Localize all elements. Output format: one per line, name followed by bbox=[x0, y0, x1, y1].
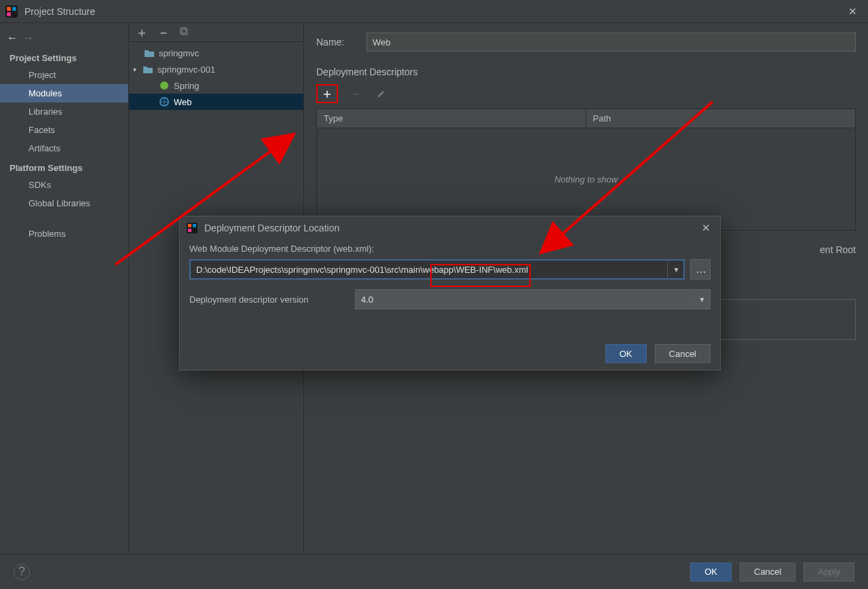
tree-label: Spring bbox=[174, 81, 200, 91]
version-label: Deployment descriptor version bbox=[189, 294, 345, 305]
dd-remove-icon[interactable]: － bbox=[347, 86, 364, 102]
tree-label: springmvc-001 bbox=[157, 64, 215, 75]
sidebar: ← → Project Settings Project Modules Lib… bbox=[0, 23, 129, 554]
dd-empty-text: Nothing to show bbox=[317, 128, 855, 230]
dialog-titlebar: Deployment Descriptor Location ✕ bbox=[180, 216, 720, 240]
sidebar-item-libraries[interactable]: Libraries bbox=[0, 102, 128, 121]
svg-rect-3 bbox=[7, 12, 11, 16]
svg-rect-10 bbox=[193, 224, 196, 227]
dialog-title: Deployment Descriptor Location bbox=[204, 223, 699, 233]
webxml-path-row: ▼ … bbox=[189, 259, 711, 280]
sidebar-item-artifacts[interactable]: Artifacts bbox=[0, 139, 128, 157]
sidebar-item-global-libraries[interactable]: Global Libraries bbox=[0, 194, 128, 212]
svg-rect-4 bbox=[181, 28, 186, 33]
dd-edit-icon[interactable] bbox=[373, 86, 390, 102]
spring-icon bbox=[159, 80, 170, 91]
dd-col-path[interactable]: Path bbox=[586, 109, 856, 128]
svg-rect-1 bbox=[7, 7, 11, 11]
section-project-settings: Project Settings bbox=[0, 48, 128, 66]
dialog-cancel-button[interactable]: Cancel bbox=[655, 344, 711, 363]
help-icon[interactable]: ? bbox=[14, 564, 30, 580]
sidebar-item-facets[interactable]: Facets bbox=[0, 121, 128, 139]
sidebar-item-modules[interactable]: Modules bbox=[0, 84, 128, 102]
folder-icon bbox=[143, 64, 153, 75]
tree-root-springmvc[interactable]: springmvc bbox=[129, 45, 303, 61]
deployment-descriptor-dialog: Deployment Descriptor Location ✕ Web Mod… bbox=[179, 216, 721, 370]
svg-rect-5 bbox=[182, 29, 187, 35]
web-icon bbox=[159, 96, 170, 107]
ok-button[interactable]: OK bbox=[690, 563, 732, 582]
dialog-body: Web Module Deployment Descriptor (web.xm… bbox=[180, 240, 720, 337]
modules-toolbar: ＋ － bbox=[129, 23, 303, 42]
dd-table-header: Type Path bbox=[317, 109, 855, 128]
tree-child-web[interactable]: Web bbox=[129, 94, 303, 110]
dd-toolbar: ＋ － bbox=[316, 83, 856, 104]
tree-label: springmvc bbox=[159, 48, 199, 58]
webxml-path-input[interactable] bbox=[189, 259, 685, 280]
remove-module-icon[interactable]: － bbox=[157, 24, 170, 41]
copy-module-icon[interactable] bbox=[179, 26, 189, 38]
svg-point-6 bbox=[160, 81, 168, 90]
webxml-path-label: Web Module Deployment Descriptor (web.xm… bbox=[189, 244, 711, 254]
svg-rect-11 bbox=[188, 229, 191, 232]
back-arrow-icon[interactable]: ← bbox=[7, 32, 18, 44]
name-row: Name: bbox=[316, 33, 856, 52]
sidebar-item-project[interactable]: Project bbox=[0, 66, 128, 84]
svg-rect-2 bbox=[12, 7, 16, 11]
section-platform-settings: Platform Settings bbox=[0, 157, 128, 176]
footer: ? OK Cancel Apply bbox=[0, 554, 868, 589]
version-combo-wrap: ▼ bbox=[355, 289, 711, 309]
dd-table: Type Path Nothing to show bbox=[316, 109, 856, 231]
add-module-icon[interactable]: ＋ bbox=[136, 24, 148, 41]
intellij-icon bbox=[5, 5, 18, 18]
forward-arrow-icon[interactable]: → bbox=[23, 32, 34, 44]
folder-icon bbox=[144, 48, 155, 58]
svg-rect-9 bbox=[188, 224, 191, 227]
tree-child-spring[interactable]: Spring bbox=[129, 77, 303, 94]
dd-section-label: Deployment Descriptors bbox=[316, 66, 856, 77]
apply-button: Apply bbox=[804, 563, 854, 582]
sidebar-item-sdks[interactable]: SDKs bbox=[0, 176, 128, 194]
cancel-button[interactable]: Cancel bbox=[740, 563, 795, 582]
dd-add-icon[interactable]: ＋ bbox=[319, 86, 335, 102]
name-label: Name: bbox=[316, 37, 354, 48]
tree-root-springmvc-001[interactable]: ▾ springmvc-001 bbox=[129, 61, 303, 77]
version-row: Deployment descriptor version ▼ bbox=[189, 289, 711, 309]
tree-label: Web bbox=[174, 97, 192, 107]
version-input[interactable] bbox=[355, 289, 711, 309]
webxml-path-combo-wrap: ▼ bbox=[189, 259, 685, 280]
titlebar: Project Structure ✕ bbox=[0, 0, 868, 23]
dialog-ok-button[interactable]: OK bbox=[605, 344, 647, 363]
intellij-icon bbox=[187, 223, 197, 233]
close-icon[interactable]: ✕ bbox=[843, 3, 863, 20]
dialog-footer: OK Cancel bbox=[180, 337, 720, 370]
browse-button[interactable]: … bbox=[690, 259, 711, 280]
annotation-highlight: ＋ bbox=[316, 84, 338, 103]
expand-arrow-icon[interactable]: ▾ bbox=[133, 66, 140, 73]
dialog-close-icon[interactable]: ✕ bbox=[699, 222, 713, 234]
nav-arrows: ← → bbox=[0, 28, 128, 48]
name-input[interactable] bbox=[366, 33, 856, 52]
window-title: Project Structure bbox=[24, 6, 843, 17]
dd-col-type[interactable]: Type bbox=[317, 109, 586, 128]
sidebar-item-problems[interactable]: Problems bbox=[0, 225, 128, 243]
